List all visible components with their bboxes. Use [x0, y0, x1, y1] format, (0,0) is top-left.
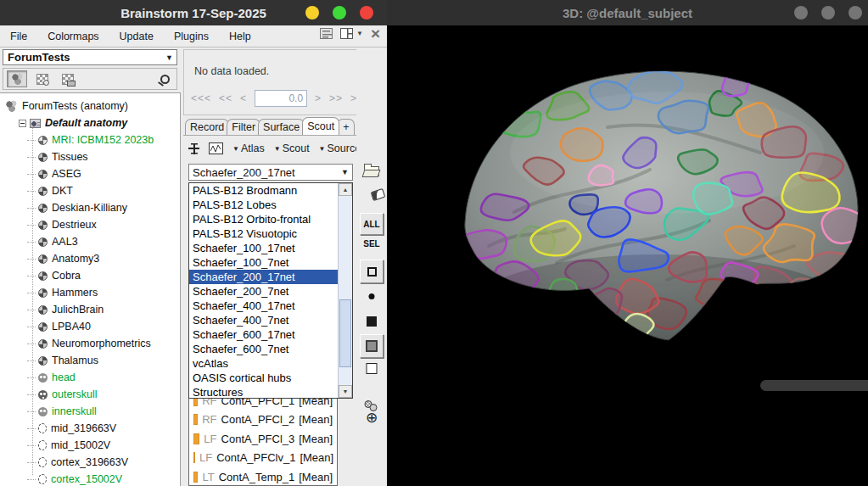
scout-row[interactable]: LTContA_Temp_1[Mean]	[189, 467, 337, 486]
menu-file[interactable]: File	[0, 25, 37, 47]
scroll-up-icon[interactable]: ▲	[339, 183, 352, 196]
tree-item-atlas[interactable]: JulichBrain	[0, 301, 180, 318]
open-square-icon[interactable]	[367, 363, 378, 374]
select-sel-label[interactable]: SEL	[363, 239, 379, 249]
atlas-option[interactable]: PALS-B12 Visuotopic	[189, 226, 338, 241]
tree-item-atlas[interactable]: ASEG	[0, 165, 180, 182]
minimize-button[interactable]	[305, 6, 319, 20]
atlas-option[interactable]: Schaefer_400_7net	[189, 313, 338, 327]
tree-item-surface-selected[interactable]: cortex_15002V	[0, 471, 180, 486]
tree-item-mri[interactable]: MRI: ICBM152 2023b	[0, 131, 180, 148]
filled-square-icon[interactable]	[367, 316, 377, 327]
tree-item-head[interactable]: head	[0, 369, 180, 386]
volume-atlas-icon	[38, 339, 48, 349]
atlas-option[interactable]: Schaefer_100_7net	[189, 255, 338, 270]
atlas-option[interactable]: Schaefer_200_7net	[189, 284, 338, 299]
tree-item-atlas[interactable]: AAL3	[0, 233, 180, 250]
chevron-down-icon[interactable]: ▼	[356, 30, 363, 37]
atlas-option-selected[interactable]: Schaefer_200_17net	[189, 270, 338, 284]
functional-view-button[interactable]	[32, 70, 53, 87]
minimize-button-inactive[interactable]	[794, 6, 808, 20]
tree-item-surface[interactable]: cortex_319663V	[0, 454, 180, 471]
tree-item-atlas[interactable]: Neuromorphometrics	[0, 335, 180, 352]
studies-view-button[interactable]	[58, 70, 78, 87]
volume-atlas-icon	[38, 187, 48, 196]
tab-add[interactable]: +	[337, 119, 355, 135]
nav-back-button[interactable]: <	[240, 92, 247, 104]
atlas-option[interactable]: Schaefer_400_17net	[189, 299, 338, 313]
background-scrollbar[interactable]	[760, 380, 868, 391]
scroll-down-icon[interactable]: ▼	[339, 385, 352, 398]
scout-region-button[interactable]	[360, 260, 384, 283]
3d-view-titlebar[interactable]: 3D: @default_subject	[387, 0, 868, 25]
tree-item-surface[interactable]: mid_15002V	[0, 437, 180, 454]
atlas-option[interactable]: Schaefer_100_17net	[189, 241, 338, 255]
atlas-option[interactable]: OASIS cortical hubs	[189, 371, 338, 385]
close-button-inactive[interactable]	[848, 6, 862, 20]
tab-record[interactable]: Record	[185, 119, 229, 135]
tree-item-surface[interactable]: mid_319663V	[0, 420, 180, 437]
time-input[interactable]	[255, 90, 307, 107]
nav-fast-forward-button[interactable]: >>	[329, 92, 343, 104]
tab-surface[interactable]: Surface	[258, 119, 305, 135]
atlas-option[interactable]: PALS-B12 Orbito-frontal	[189, 212, 338, 226]
menu-colormaps[interactable]: Colormaps	[37, 25, 109, 47]
atlas-option[interactable]: PALS-B12 Lobes	[189, 198, 338, 212]
collapse-expander-icon[interactable]	[19, 120, 26, 127]
brainstorm-titlebar[interactable]: Brainstorm 17-Sep-2025	[0, 0, 387, 25]
layout-list-icon[interactable]	[320, 28, 333, 39]
window-layout-icon[interactable]	[340, 28, 353, 39]
menu-help[interactable]: Help	[219, 25, 261, 47]
scout-row[interactable]: RFContA_PFCl_2[Mean]	[189, 411, 337, 430]
close-panel-icon[interactable]: ×	[371, 28, 380, 39]
scrollbar-thumb[interactable]	[339, 299, 351, 367]
protocol-select[interactable]: ForumTests ▼	[3, 49, 177, 65]
eraser-icon[interactable]	[371, 188, 386, 201]
atlas-option[interactable]: Schaefer_600_17net	[189, 327, 338, 342]
menu-plugins[interactable]: Plugins	[164, 25, 219, 47]
tree-item-atlas[interactable]: Tissues	[0, 148, 180, 165]
screen: Brainstorm 17-Sep-2025 3D: @default_subj…	[0, 0, 868, 486]
dropdown-scrollbar[interactable]: ▲ ▼	[338, 183, 352, 398]
tree-item-default-anatomy[interactable]: Default anatomy	[0, 115, 180, 131]
scout-menu-button[interactable]: ▼ Scout	[274, 142, 310, 154]
menu-update[interactable]: Update	[109, 25, 164, 47]
tree-item-root[interactable]: ForumTests (anatomy)	[0, 98, 180, 115]
search-icon[interactable]	[160, 75, 170, 84]
nav-forward-button[interactable]: >	[315, 92, 322, 104]
tree-item-innerskull[interactable]: innerskull	[0, 403, 180, 420]
tab-filter[interactable]: Filter	[227, 119, 260, 135]
atlas-option[interactable]: Schaefer_600_7net	[189, 342, 338, 356]
select-all-button[interactable]: ALL	[360, 213, 384, 235]
tree-item-atlas[interactable]: DKT	[0, 182, 180, 199]
atlas-option[interactable]: vcAtlas	[189, 356, 338, 371]
load-atlas-folder-icon[interactable]	[364, 166, 379, 176]
scout-crosshair-icon[interactable]	[188, 143, 199, 154]
atlas-select[interactable]: Schaefer_200_17net ▼	[188, 164, 353, 181]
tree-item-outerskull[interactable]: outerskull	[0, 386, 180, 403]
tree-item-atlas[interactable]: Cobra	[0, 267, 180, 284]
subjects-view-button[interactable]	[7, 70, 27, 87]
tree-item-atlas[interactable]: Hammers	[0, 284, 180, 301]
patch-display-button[interactable]	[360, 334, 384, 358]
atlas-menu-button[interactable]: ▼ Atlas	[232, 142, 265, 154]
nav-first-button[interactable]: <<<	[191, 92, 211, 104]
tree-item-atlas[interactable]: Destrieux	[0, 216, 180, 233]
center-target-icon[interactable]: ⊕	[366, 411, 378, 425]
dot-size-icon[interactable]	[369, 293, 375, 299]
nav-fast-back-button[interactable]: <<	[219, 92, 232, 104]
close-window-button[interactable]	[360, 6, 373, 20]
tree-item-atlas[interactable]: Thalamus	[0, 352, 180, 369]
maximize-button[interactable]	[333, 6, 346, 20]
tree-item-atlas[interactable]: Anatomy3	[0, 250, 180, 267]
tree-item-atlas[interactable]: Deskian-Killiany	[0, 199, 180, 216]
scout-row[interactable]: LFContA_PFCl_3[Mean]	[189, 429, 337, 449]
atlas-option[interactable]: Structures	[189, 385, 338, 398]
maximize-button-inactive[interactable]	[821, 6, 835, 20]
3d-brain-view[interactable]	[387, 25, 868, 486]
tree-item-atlas[interactable]: LPBA40	[0, 318, 180, 335]
atlas-option[interactable]: PALS-B12 Brodmann	[189, 183, 338, 198]
scout-row[interactable]: LFContA_PFClv_1[Mean]	[189, 449, 337, 468]
tab-scout[interactable]: Scout	[302, 117, 339, 135]
signal-plot-icon[interactable]	[209, 142, 223, 154]
